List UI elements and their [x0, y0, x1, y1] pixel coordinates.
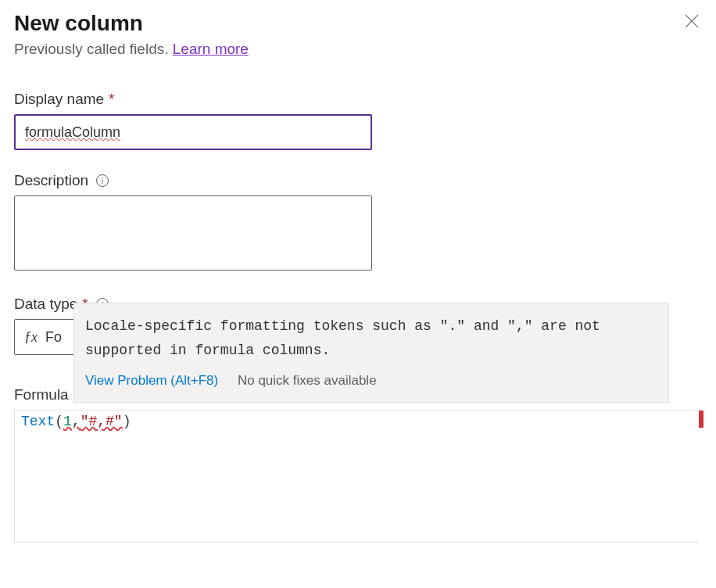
- info-icon[interactable]: i: [96, 174, 109, 187]
- formula-token-comma: ,: [72, 414, 81, 429]
- panel-title: New column: [14, 11, 143, 36]
- panel-subtitle: Previously called fields. Learn more: [14, 41, 702, 58]
- fx-icon: ƒx: [24, 329, 38, 346]
- display-name-input[interactable]: [14, 114, 372, 150]
- view-problem-link[interactable]: View Problem (Alt+F8): [85, 373, 218, 388]
- error-marker-icon: [699, 411, 703, 428]
- close-button[interactable]: [682, 11, 702, 34]
- required-marker: *: [109, 91, 114, 108]
- description-label: Description i: [14, 172, 702, 189]
- formula-editor[interactable]: Text(1,"#,#"): [14, 410, 699, 543]
- formula-token-close: ): [123, 414, 131, 429]
- formula-token-str: "#,#": [81, 414, 123, 429]
- formula-token-num: 1: [63, 414, 72, 429]
- formula-token-open: (: [55, 414, 63, 429]
- tooltip-message: Locale-specific formatting tokens such a…: [85, 314, 657, 362]
- formula-token-func: Text: [21, 414, 55, 429]
- description-label-text: Description: [14, 172, 88, 189]
- data-type-value: Fo: [45, 329, 62, 346]
- learn-more-link[interactable]: Learn more: [173, 41, 249, 57]
- subtitle-text: Previously called fields.: [14, 41, 173, 57]
- close-icon: [685, 14, 699, 28]
- data-type-label-text: Data type: [14, 296, 77, 313]
- display-name-label-text: Display name: [14, 91, 104, 108]
- no-fixes-text: No quick fixes available: [238, 373, 377, 388]
- display-name-label: Display name *: [14, 91, 702, 108]
- description-input[interactable]: [14, 195, 372, 271]
- error-tooltip: Locale-specific formatting tokens such a…: [73, 303, 669, 403]
